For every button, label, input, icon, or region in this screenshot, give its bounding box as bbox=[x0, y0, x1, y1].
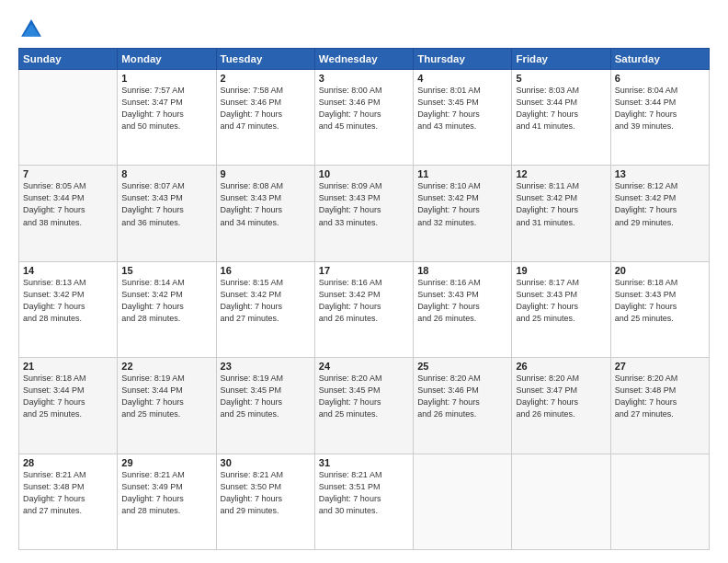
day-number: 26 bbox=[516, 361, 606, 372]
day-number: 10 bbox=[319, 168, 409, 179]
calendar-table: SundayMondayTuesdayWednesdayThursdayFrid… bbox=[18, 48, 710, 550]
day-info: Sunrise: 8:16 AM Sunset: 3:43 PM Dayligh… bbox=[417, 277, 507, 325]
day-number: 19 bbox=[516, 265, 606, 276]
day-info: Sunrise: 8:13 AM Sunset: 3:42 PM Dayligh… bbox=[23, 277, 113, 325]
day-info: Sunrise: 8:20 AM Sunset: 3:45 PM Dayligh… bbox=[319, 373, 409, 420]
day-info: Sunrise: 8:14 AM Sunset: 3:42 PM Dayligh… bbox=[121, 277, 211, 325]
day-info: Sunrise: 8:21 AM Sunset: 3:48 PM Dayligh… bbox=[23, 469, 113, 517]
day-number: 5 bbox=[516, 73, 606, 84]
day-info: Sunrise: 8:07 AM Sunset: 3:43 PM Dayligh… bbox=[121, 180, 211, 228]
calendar-cell: 16Sunrise: 8:15 AM Sunset: 3:42 PM Dayli… bbox=[216, 261, 314, 357]
calendar-cell: 22Sunrise: 8:19 AM Sunset: 3:44 PM Dayli… bbox=[118, 358, 216, 454]
calendar-cell: 12Sunrise: 8:11 AM Sunset: 3:42 PM Dayli… bbox=[512, 166, 610, 261]
calendar-cell: 27Sunrise: 8:20 AM Sunset: 3:48 PM Dayli… bbox=[610, 358, 709, 454]
calendar-cell: 14Sunrise: 8:13 AM Sunset: 3:42 PM Dayli… bbox=[19, 261, 118, 357]
day-info: Sunrise: 8:20 AM Sunset: 3:46 PM Dayligh… bbox=[417, 373, 507, 420]
calendar-week-5: 28Sunrise: 8:21 AM Sunset: 3:48 PM Dayli… bbox=[19, 454, 710, 549]
day-info: Sunrise: 8:01 AM Sunset: 3:45 PM Dayligh… bbox=[417, 85, 507, 132]
day-info: Sunrise: 8:11 AM Sunset: 3:42 PM Dayligh… bbox=[516, 180, 606, 228]
logo-icon bbox=[18, 17, 44, 42]
calendar-cell: 28Sunrise: 8:21 AM Sunset: 3:48 PM Dayli… bbox=[19, 454, 118, 549]
day-info: Sunrise: 8:15 AM Sunset: 3:42 PM Dayligh… bbox=[221, 277, 311, 325]
day-number: 17 bbox=[319, 265, 409, 276]
day-info: Sunrise: 8:05 AM Sunset: 3:44 PM Dayligh… bbox=[23, 180, 113, 228]
day-number: 2 bbox=[221, 73, 311, 84]
day-number: 1 bbox=[121, 73, 211, 84]
calendar-cell: 20Sunrise: 8:18 AM Sunset: 3:43 PM Dayli… bbox=[610, 261, 709, 357]
day-info: Sunrise: 8:21 AM Sunset: 3:49 PM Dayligh… bbox=[121, 469, 211, 517]
calendar-cell: 31Sunrise: 8:21 AM Sunset: 3:51 PM Dayli… bbox=[314, 454, 413, 549]
calendar-cell: 26Sunrise: 8:20 AM Sunset: 3:47 PM Dayli… bbox=[512, 358, 610, 454]
day-info: Sunrise: 8:19 AM Sunset: 3:45 PM Dayligh… bbox=[221, 373, 311, 420]
calendar-header-row: SundayMondayTuesdayWednesdayThursdayFrid… bbox=[19, 49, 710, 70]
day-number: 4 bbox=[417, 73, 507, 84]
calendar-cell: 6Sunrise: 8:04 AM Sunset: 3:44 PM Daylig… bbox=[610, 70, 709, 166]
calendar-cell: 29Sunrise: 8:21 AM Sunset: 3:49 PM Dayli… bbox=[118, 454, 216, 549]
calendar-week-2: 7Sunrise: 8:05 AM Sunset: 3:44 PM Daylig… bbox=[19, 166, 710, 261]
day-info: Sunrise: 7:57 AM Sunset: 3:47 PM Dayligh… bbox=[121, 85, 211, 132]
day-number: 15 bbox=[121, 265, 211, 276]
col-header-thursday: Thursday bbox=[414, 49, 512, 70]
day-number: 8 bbox=[121, 168, 211, 179]
calendar-cell: 24Sunrise: 8:20 AM Sunset: 3:45 PM Dayli… bbox=[314, 358, 413, 454]
day-number: 30 bbox=[221, 457, 311, 468]
calendar-cell: 11Sunrise: 8:10 AM Sunset: 3:42 PM Dayli… bbox=[414, 166, 512, 261]
calendar-cell: 8Sunrise: 8:07 AM Sunset: 3:43 PM Daylig… bbox=[118, 166, 216, 261]
day-info: Sunrise: 8:04 AM Sunset: 3:44 PM Dayligh… bbox=[615, 85, 705, 132]
day-number: 6 bbox=[615, 73, 705, 84]
day-info: Sunrise: 8:18 AM Sunset: 3:43 PM Dayligh… bbox=[615, 277, 705, 325]
calendar-cell bbox=[512, 454, 610, 549]
calendar-cell: 9Sunrise: 8:08 AM Sunset: 3:43 PM Daylig… bbox=[216, 166, 314, 261]
day-number: 24 bbox=[319, 361, 409, 372]
page: SundayMondayTuesdayWednesdayThursdayFrid… bbox=[0, 0, 728, 563]
day-number: 18 bbox=[417, 265, 507, 276]
day-info: Sunrise: 8:10 AM Sunset: 3:42 PM Dayligh… bbox=[417, 180, 507, 228]
logo bbox=[18, 17, 48, 42]
calendar-cell: 2Sunrise: 7:58 AM Sunset: 3:46 PM Daylig… bbox=[216, 70, 314, 166]
day-info: Sunrise: 8:03 AM Sunset: 3:44 PM Dayligh… bbox=[516, 85, 606, 132]
calendar-cell bbox=[19, 70, 118, 166]
day-info: Sunrise: 8:21 AM Sunset: 3:51 PM Dayligh… bbox=[319, 469, 409, 517]
calendar-cell: 19Sunrise: 8:17 AM Sunset: 3:43 PM Dayli… bbox=[512, 261, 610, 357]
day-info: Sunrise: 8:08 AM Sunset: 3:43 PM Dayligh… bbox=[221, 180, 311, 228]
day-info: Sunrise: 8:20 AM Sunset: 3:48 PM Dayligh… bbox=[615, 373, 705, 420]
day-number: 31 bbox=[319, 457, 409, 468]
calendar-cell: 30Sunrise: 8:21 AM Sunset: 3:50 PM Dayli… bbox=[216, 454, 314, 549]
calendar-cell: 5Sunrise: 8:03 AM Sunset: 3:44 PM Daylig… bbox=[512, 70, 610, 166]
day-info: Sunrise: 7:58 AM Sunset: 3:46 PM Dayligh… bbox=[221, 85, 311, 132]
calendar-cell: 21Sunrise: 8:18 AM Sunset: 3:44 PM Dayli… bbox=[19, 358, 118, 454]
calendar-cell: 23Sunrise: 8:19 AM Sunset: 3:45 PM Dayli… bbox=[216, 358, 314, 454]
day-info: Sunrise: 8:16 AM Sunset: 3:42 PM Dayligh… bbox=[319, 277, 409, 325]
calendar-cell: 17Sunrise: 8:16 AM Sunset: 3:42 PM Dayli… bbox=[314, 261, 413, 357]
calendar-cell: 13Sunrise: 8:12 AM Sunset: 3:42 PM Dayli… bbox=[610, 166, 709, 261]
day-number: 3 bbox=[319, 73, 409, 84]
day-info: Sunrise: 8:19 AM Sunset: 3:44 PM Dayligh… bbox=[121, 373, 211, 420]
day-number: 9 bbox=[221, 168, 311, 179]
day-number: 27 bbox=[615, 361, 705, 372]
calendar-cell bbox=[414, 454, 512, 549]
calendar-cell: 3Sunrise: 8:00 AM Sunset: 3:46 PM Daylig… bbox=[314, 70, 413, 166]
day-number: 21 bbox=[23, 361, 113, 372]
day-number: 25 bbox=[417, 361, 507, 372]
day-info: Sunrise: 8:18 AM Sunset: 3:44 PM Dayligh… bbox=[23, 373, 113, 420]
day-number: 22 bbox=[121, 361, 211, 372]
day-number: 11 bbox=[417, 168, 507, 179]
calendar-cell: 18Sunrise: 8:16 AM Sunset: 3:43 PM Dayli… bbox=[414, 261, 512, 357]
day-info: Sunrise: 8:00 AM Sunset: 3:46 PM Dayligh… bbox=[319, 85, 409, 132]
calendar-cell: 25Sunrise: 8:20 AM Sunset: 3:46 PM Dayli… bbox=[414, 358, 512, 454]
calendar-cell: 15Sunrise: 8:14 AM Sunset: 3:42 PM Dayli… bbox=[118, 261, 216, 357]
day-number: 29 bbox=[121, 457, 211, 468]
day-number: 12 bbox=[516, 168, 606, 179]
calendar-cell bbox=[610, 454, 709, 549]
day-number: 16 bbox=[221, 265, 311, 276]
calendar-cell: 4Sunrise: 8:01 AM Sunset: 3:45 PM Daylig… bbox=[414, 70, 512, 166]
day-info: Sunrise: 8:20 AM Sunset: 3:47 PM Dayligh… bbox=[516, 373, 606, 420]
calendar-week-4: 21Sunrise: 8:18 AM Sunset: 3:44 PM Dayli… bbox=[19, 358, 710, 454]
header bbox=[18, 17, 710, 42]
day-info: Sunrise: 8:09 AM Sunset: 3:43 PM Dayligh… bbox=[319, 180, 409, 228]
col-header-sunday: Sunday bbox=[19, 49, 118, 70]
day-number: 13 bbox=[615, 168, 705, 179]
calendar-week-3: 14Sunrise: 8:13 AM Sunset: 3:42 PM Dayli… bbox=[19, 261, 710, 357]
day-number: 28 bbox=[23, 457, 113, 468]
col-header-monday: Monday bbox=[118, 49, 216, 70]
